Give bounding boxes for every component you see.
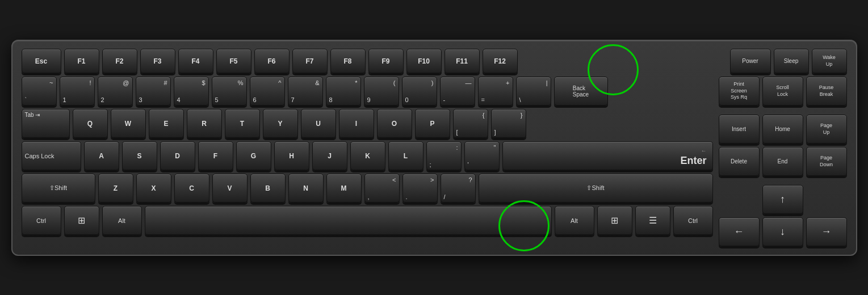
key-alt-left[interactable]: Alt [102, 206, 142, 235]
key-r[interactable]: R [187, 109, 222, 138]
key-f1[interactable]: F1 [64, 49, 99, 74]
key-f6[interactable]: F6 [254, 49, 290, 74]
key-backspace[interactable]: BackSpace [554, 77, 608, 106]
key-print-screen[interactable]: PrintScreenSys Rq [719, 77, 760, 106]
key-page-down[interactable]: PageDown [806, 147, 847, 176]
fn-row: Esc F1 F2 F3 F4 F5 F6 F7 F8 F9 F10 F11 F… [22, 49, 847, 74]
qwerty-row: Tab ⇥ Q W E R T Y U I O P {[ }] [22, 109, 713, 138]
key-tab[interactable]: Tab ⇥ [22, 109, 70, 138]
key-1[interactable]: !1 [60, 77, 95, 106]
key-3[interactable]: #3 [136, 77, 171, 106]
key-h[interactable]: H [274, 141, 309, 171]
key-sleep[interactable]: Sleep [774, 49, 809, 74]
key-f9[interactable]: F9 [368, 49, 404, 74]
key-z[interactable]: Z [98, 174, 133, 203]
key-s[interactable]: S [122, 141, 157, 171]
key-power[interactable]: Power [730, 49, 771, 74]
key-arrow-right[interactable]: → [806, 217, 847, 247]
key-period[interactable]: >. [402, 174, 438, 203]
key-minus[interactable]: —- [440, 77, 475, 106]
key-open-bracket[interactable]: {[ [453, 109, 488, 138]
key-a[interactable]: A [84, 141, 119, 171]
key-f2[interactable]: F2 [102, 49, 137, 74]
key-i[interactable]: I [339, 109, 374, 138]
key-caps-lock[interactable]: Caps Lock [22, 141, 81, 171]
key-enter[interactable]: ← Enter [502, 141, 713, 171]
key-7[interactable]: &7 [288, 77, 323, 106]
home-row: Caps Lock A S D F G H J K L :; "' [22, 141, 713, 171]
key-backslash[interactable]: |\ [516, 77, 551, 106]
key-tilde[interactable]: ~` [22, 77, 57, 106]
num-row: ~` !1 @2 #3 $4 %5 [22, 77, 713, 106]
key-6[interactable]: ^6 [250, 77, 285, 106]
key-9[interactable]: (9 [364, 77, 399, 106]
key-close-bracket[interactable]: }] [491, 109, 526, 138]
key-scroll-lock[interactable]: ScrollLock [762, 77, 803, 106]
key-u[interactable]: U [301, 109, 336, 138]
key-f4[interactable]: F4 [178, 49, 213, 74]
key-f10[interactable]: F10 [406, 49, 442, 74]
nav-top-row: PrintScreenSys Rq ScrollLock PauseBreak [719, 77, 847, 106]
key-g[interactable]: G [236, 141, 271, 171]
key-comma[interactable]: <, [364, 174, 400, 203]
key-win-right[interactable]: ⊞ [597, 206, 632, 235]
key-j[interactable]: J [312, 141, 347, 171]
key-f[interactable]: F [198, 141, 233, 171]
key-c[interactable]: C [174, 174, 209, 203]
key-b[interactable]: B [250, 174, 286, 203]
key-m[interactable]: M [326, 174, 362, 203]
key-f12[interactable]: F12 [483, 49, 518, 74]
key-o[interactable]: O [377, 109, 412, 138]
key-p[interactable]: P [415, 109, 450, 138]
key-5[interactable]: %5 [212, 77, 247, 106]
key-arrow-down[interactable]: ↓ [762, 217, 803, 247]
key-v[interactable]: V [212, 174, 248, 203]
key-n[interactable]: N [288, 174, 324, 203]
key-end[interactable]: End [762, 147, 803, 176]
arrow-top: ↑ [719, 185, 847, 214]
key-home[interactable]: Home [762, 115, 803, 144]
key-alt-right[interactable]: Alt [555, 206, 594, 235]
key-pause-break[interactable]: PauseBreak [806, 77, 847, 106]
key-ctrl-right[interactable]: Ctrl [673, 206, 713, 235]
key-menu[interactable]: ☰ [635, 206, 670, 235]
key-wakeup[interactable]: WakeUp [812, 49, 847, 74]
key-f8[interactable]: F8 [330, 49, 366, 74]
key-arrow-left[interactable]: ← [719, 217, 760, 247]
key-shift-left[interactable]: ⇧Shift [22, 174, 95, 203]
key-q[interactable]: Q [73, 109, 108, 138]
nav-spacer [719, 109, 847, 112]
key-shift-right[interactable]: ⇧Shift [479, 174, 713, 203]
key-x[interactable]: X [136, 174, 171, 203]
key-4[interactable]: $4 [174, 77, 209, 106]
right-cluster: PrintScreenSys Rq ScrollLock PauseBreak … [719, 77, 847, 247]
key-quote[interactable]: "' [464, 141, 500, 171]
key-f7[interactable]: F7 [292, 49, 328, 74]
key-8[interactable]: *8 [326, 77, 361, 106]
key-e[interactable]: E [149, 109, 184, 138]
arrow-placeholder-left [719, 185, 760, 214]
arrow-spacer [719, 179, 847, 182]
key-delete[interactable]: Delete [719, 147, 760, 176]
key-f3[interactable]: F3 [140, 49, 175, 74]
key-space[interactable] [145, 206, 552, 235]
key-2[interactable]: @2 [98, 77, 133, 106]
key-esc[interactable]: Esc [22, 49, 61, 74]
key-0[interactable]: )0 [402, 77, 437, 106]
key-ctrl-left[interactable]: Ctrl [22, 206, 61, 235]
key-win-left[interactable]: ⊞ [64, 206, 99, 235]
key-d[interactable]: D [160, 141, 195, 171]
key-w[interactable]: W [111, 109, 146, 138]
key-t[interactable]: T [225, 109, 260, 138]
key-page-up[interactable]: PageUp [806, 115, 847, 144]
key-arrow-up[interactable]: ↑ [762, 185, 803, 214]
key-equals[interactable]: += [478, 77, 513, 106]
key-y[interactable]: Y [263, 109, 298, 138]
key-k[interactable]: K [350, 141, 385, 171]
key-slash[interactable]: ?/ [441, 174, 476, 203]
key-semicolon[interactable]: :; [426, 141, 462, 171]
key-insert[interactable]: Insert [719, 115, 760, 144]
key-l[interactable]: L [388, 141, 423, 171]
key-f5[interactable]: F5 [216, 49, 251, 74]
key-f11[interactable]: F11 [445, 49, 480, 74]
